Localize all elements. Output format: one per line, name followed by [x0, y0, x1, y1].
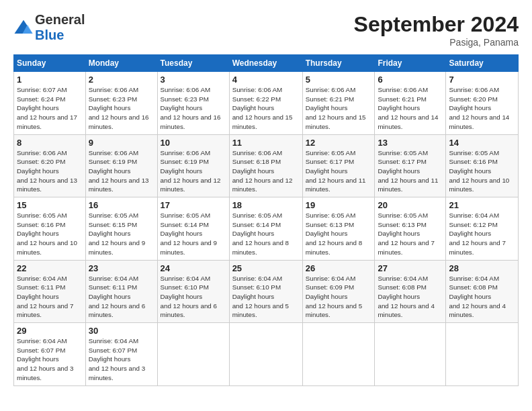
- table-row: 1 Sunrise: 6:07 AMSunset: 6:24 PMDayligh…: [14, 72, 86, 135]
- day-number: 3: [161, 75, 226, 85]
- day-info: Sunrise: 6:04 AMSunset: 6:10 PMDaylight …: [232, 275, 289, 319]
- day-number: 2: [89, 75, 154, 85]
- day-info: Sunrise: 6:04 AMSunset: 6:07 PMDaylight …: [89, 337, 145, 381]
- day-info: Sunrise: 6:06 AMSunset: 6:18 PMDaylight …: [232, 149, 293, 193]
- day-info: Sunrise: 6:06 AMSunset: 6:20 PMDaylight …: [449, 86, 509, 130]
- day-info: Sunrise: 6:05 AMSunset: 6:13 PMDaylight …: [306, 212, 362, 256]
- day-info: Sunrise: 6:05 AMSunset: 6:15 PMDaylight …: [89, 212, 145, 256]
- day-number: 23: [89, 263, 154, 273]
- day-number: 15: [17, 200, 83, 210]
- table-row: 15 Sunrise: 6:05 AMSunset: 6:16 PMDaylig…: [14, 197, 86, 261]
- header: General Blue September 2024 Pasiga, Pana…: [13, 12, 519, 48]
- day-number: 1: [17, 75, 83, 85]
- day-number: 12: [306, 138, 372, 148]
- day-number: 7: [449, 75, 515, 85]
- table-row: 10 Sunrise: 6:06 AMSunset: 6:19 PMDaylig…: [157, 134, 229, 197]
- table-row: 27 Sunrise: 6:04 AMSunset: 6:08 PMDaylig…: [375, 260, 446, 323]
- day-number: 8: [17, 138, 83, 148]
- day-info: Sunrise: 6:05 AMSunset: 6:16 PMDaylight …: [17, 212, 77, 256]
- calendar: Sunday Monday Tuesday Wednesday Thursday…: [13, 54, 519, 386]
- day-info: Sunrise: 6:07 AMSunset: 6:24 PMDaylight …: [17, 86, 77, 130]
- day-number: 29: [17, 326, 83, 336]
- day-info: Sunrise: 6:06 AMSunset: 6:19 PMDaylight …: [161, 149, 221, 193]
- table-row: 18 Sunrise: 6:05 AMSunset: 6:14 PMDaylig…: [229, 197, 302, 261]
- table-row: 12 Sunrise: 6:05 AMSunset: 6:17 PMDaylig…: [302, 134, 375, 197]
- col-tuesday: Tuesday: [157, 55, 229, 72]
- table-row: 17 Sunrise: 6:05 AMSunset: 6:14 PMDaylig…: [157, 197, 229, 261]
- day-number: 13: [378, 138, 443, 148]
- day-number: 22: [17, 263, 83, 273]
- table-row: 13 Sunrise: 6:05 AMSunset: 6:17 PMDaylig…: [375, 134, 446, 197]
- location: Pasiga, Panama: [354, 37, 519, 48]
- table-row: [229, 323, 302, 386]
- table-row: [157, 323, 229, 386]
- day-number: 11: [232, 138, 300, 148]
- col-wednesday: Wednesday: [229, 55, 302, 72]
- day-number: 5: [306, 75, 372, 85]
- day-info: Sunrise: 6:06 AMSunset: 6:19 PMDaylight …: [89, 149, 149, 193]
- day-info: Sunrise: 6:04 AMSunset: 6:09 PMDaylight …: [306, 275, 362, 319]
- col-saturday: Saturday: [446, 55, 519, 72]
- table-row: 3 Sunrise: 6:06 AMSunset: 6:23 PMDayligh…: [157, 72, 229, 135]
- table-row: 28 Sunrise: 6:04 AMSunset: 6:08 PMDaylig…: [446, 260, 519, 323]
- table-row: 21 Sunrise: 6:04 AMSunset: 6:12 PMDaylig…: [446, 197, 519, 261]
- day-number: 10: [161, 138, 226, 148]
- day-info: Sunrise: 6:04 AMSunset: 6:11 PMDaylight …: [89, 275, 145, 319]
- col-thursday: Thursday: [302, 55, 375, 72]
- table-row: 24 Sunrise: 6:04 AMSunset: 6:10 PMDaylig…: [157, 260, 229, 323]
- calendar-week-row: 8 Sunrise: 6:06 AMSunset: 6:20 PMDayligh…: [14, 134, 519, 197]
- table-row: 22 Sunrise: 6:04 AMSunset: 6:11 PMDaylig…: [14, 260, 86, 323]
- table-row: 11 Sunrise: 6:06 AMSunset: 6:18 PMDaylig…: [229, 134, 302, 197]
- table-row: [375, 323, 446, 386]
- logo-icon: [13, 17, 34, 38]
- day-info: Sunrise: 6:06 AMSunset: 6:23 PMDaylight …: [89, 86, 149, 130]
- table-row: 4 Sunrise: 6:06 AMSunset: 6:22 PMDayligh…: [229, 72, 302, 135]
- day-number: 4: [232, 75, 300, 85]
- col-friday: Friday: [375, 55, 446, 72]
- page: General Blue September 2024 Pasiga, Pana…: [0, 0, 532, 393]
- day-info: Sunrise: 6:06 AMSunset: 6:20 PMDaylight …: [17, 149, 77, 193]
- logo-text: General Blue: [35, 12, 85, 43]
- day-info: Sunrise: 6:06 AMSunset: 6:21 PMDaylight …: [378, 86, 438, 130]
- month-title: September 2024: [354, 12, 519, 37]
- day-info: Sunrise: 6:06 AMSunset: 6:21 PMDaylight …: [306, 86, 366, 130]
- calendar-week-row: 22 Sunrise: 6:04 AMSunset: 6:11 PMDaylig…: [14, 260, 519, 323]
- day-number: 17: [161, 200, 226, 210]
- logo: General Blue: [13, 12, 85, 43]
- table-row: 7 Sunrise: 6:06 AMSunset: 6:20 PMDayligh…: [446, 72, 519, 135]
- table-row: 8 Sunrise: 6:06 AMSunset: 6:20 PMDayligh…: [14, 134, 86, 197]
- day-number: 26: [306, 263, 372, 273]
- table-row: 16 Sunrise: 6:05 AMSunset: 6:15 PMDaylig…: [85, 197, 157, 261]
- table-row: 20 Sunrise: 6:05 AMSunset: 6:13 PMDaylig…: [375, 197, 446, 261]
- calendar-header-row: Sunday Monday Tuesday Wednesday Thursday…: [14, 55, 519, 72]
- day-info: Sunrise: 6:04 AMSunset: 6:08 PMDaylight …: [449, 275, 505, 319]
- day-info: Sunrise: 6:05 AMSunset: 6:13 PMDaylight …: [378, 212, 434, 256]
- table-row: 2 Sunrise: 6:06 AMSunset: 6:23 PMDayligh…: [85, 72, 157, 135]
- table-row: 26 Sunrise: 6:04 AMSunset: 6:09 PMDaylig…: [302, 260, 375, 323]
- day-number: 14: [449, 138, 515, 148]
- day-number: 20: [378, 200, 443, 210]
- day-number: 19: [306, 200, 372, 210]
- table-row: 19 Sunrise: 6:05 AMSunset: 6:13 PMDaylig…: [302, 197, 375, 261]
- calendar-week-row: 1 Sunrise: 6:07 AMSunset: 6:24 PMDayligh…: [14, 72, 519, 135]
- day-info: Sunrise: 6:04 AMSunset: 6:07 PMDaylight …: [17, 337, 73, 381]
- calendar-week-row: 29 Sunrise: 6:04 AMSunset: 6:07 PMDaylig…: [14, 323, 519, 386]
- table-row: 14 Sunrise: 6:05 AMSunset: 6:16 PMDaylig…: [446, 134, 519, 197]
- table-row: 6 Sunrise: 6:06 AMSunset: 6:21 PMDayligh…: [375, 72, 446, 135]
- day-number: 25: [232, 263, 300, 273]
- day-info: Sunrise: 6:05 AMSunset: 6:17 PMDaylight …: [378, 149, 438, 193]
- day-info: Sunrise: 6:05 AMSunset: 6:14 PMDaylight …: [232, 212, 289, 256]
- table-row: 25 Sunrise: 6:04 AMSunset: 6:10 PMDaylig…: [229, 260, 302, 323]
- day-info: Sunrise: 6:06 AMSunset: 6:22 PMDaylight …: [232, 86, 293, 130]
- day-number: 24: [161, 263, 226, 273]
- day-info: Sunrise: 6:04 AMSunset: 6:11 PMDaylight …: [17, 275, 73, 319]
- day-info: Sunrise: 6:05 AMSunset: 6:17 PMDaylight …: [306, 149, 366, 193]
- col-sunday: Sunday: [14, 55, 86, 72]
- table-row: 9 Sunrise: 6:06 AMSunset: 6:19 PMDayligh…: [85, 134, 157, 197]
- day-number: 16: [89, 200, 154, 210]
- day-info: Sunrise: 6:04 AMSunset: 6:08 PMDaylight …: [378, 275, 434, 319]
- table-row: 5 Sunrise: 6:06 AMSunset: 6:21 PMDayligh…: [302, 72, 375, 135]
- day-number: 9: [89, 138, 154, 148]
- day-info: Sunrise: 6:05 AMSunset: 6:14 PMDaylight …: [161, 212, 217, 256]
- table-row: [446, 323, 519, 386]
